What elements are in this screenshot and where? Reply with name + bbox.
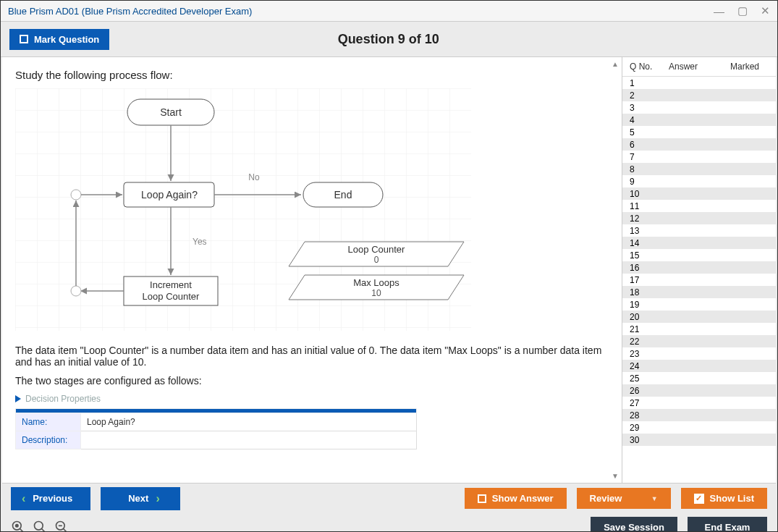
decision-properties-header: Decision Properties	[15, 394, 609, 404]
question-row[interactable]: 15	[622, 249, 776, 261]
show-list-button[interactable]: ✓ Show List	[681, 488, 767, 509]
svg-text:Loop Counter: Loop Counter	[143, 291, 200, 302]
question-row[interactable]: 20	[622, 311, 776, 323]
maximize-icon[interactable]: ▢	[737, 4, 748, 17]
end-exam-button[interactable]: End Exam	[688, 517, 767, 533]
question-row[interactable]: 23	[622, 347, 776, 360]
question-list-sidebar: Q No. Answer Marked 12345678910111213141…	[622, 57, 776, 483]
question-number: 24	[630, 361, 669, 371]
question-number: 9	[630, 177, 669, 187]
question-row[interactable]: 12	[622, 212, 776, 224]
question-number: 21	[630, 324, 669, 334]
close-icon[interactable]: ✕	[761, 4, 770, 17]
scroll-up-icon[interactable]: ▲	[612, 60, 619, 68]
question-row[interactable]: 7	[622, 151, 776, 163]
question-number: 18	[630, 287, 669, 297]
question-pane[interactable]: Study the following process flow: Start …	[2, 57, 622, 483]
zoom-in-icon[interactable]	[33, 520, 47, 532]
next-button[interactable]: Next ›	[101, 487, 180, 510]
question-number: 20	[630, 312, 669, 322]
question-number: 27	[630, 398, 669, 408]
mark-question-button[interactable]: Mark Question	[9, 29, 109, 50]
question-number: 6	[630, 140, 669, 150]
decision-properties-label: Decision Properties	[25, 394, 101, 404]
yes-label: Yes	[193, 237, 207, 247]
question-text-2: The two stages are configured as follows…	[15, 375, 609, 387]
question-number: 22	[630, 337, 669, 347]
props-name-value: Loop Again?	[81, 413, 417, 431]
question-row[interactable]: 11	[622, 200, 776, 212]
question-row[interactable]: 4	[622, 114, 776, 126]
props-desc-value	[81, 431, 417, 449]
question-title: Question 9 of 10	[109, 32, 667, 47]
question-row[interactable]: 9	[622, 175, 776, 187]
question-number: 10	[630, 189, 669, 199]
question-row[interactable]: 16	[622, 261, 776, 274]
question-number: 25	[630, 373, 669, 384]
zoom-controls	[11, 520, 69, 532]
end-exam-label: End Exam	[705, 522, 750, 533]
question-number: 8	[630, 164, 669, 174]
question-row[interactable]: 30	[622, 434, 776, 446]
question-row[interactable]: 2	[622, 89, 776, 101]
data2-name: Max Loops	[353, 277, 399, 288]
question-number: 15	[630, 250, 669, 261]
zoom-reset-icon[interactable]	[11, 520, 25, 532]
question-number: 26	[630, 386, 669, 396]
zoom-out-icon[interactable]	[54, 520, 69, 532]
question-row[interactable]: 6	[622, 138, 776, 151]
question-row[interactable]: 1	[622, 77, 776, 89]
question-row[interactable]: 24	[622, 360, 776, 372]
previous-label: Previous	[33, 493, 72, 504]
svg-line-23	[64, 529, 67, 533]
chevron-right-icon: ›	[156, 492, 159, 505]
question-row[interactable]: 10	[622, 187, 776, 200]
sidebar-header: Q No. Answer Marked	[622, 57, 776, 77]
question-row[interactable]: 14	[622, 237, 776, 249]
process-flow-diagram: Start Loop Again? No End Yes Increment L…	[15, 88, 471, 331]
show-answer-button[interactable]: Show Answer	[465, 488, 567, 509]
save-session-button[interactable]: Save Session	[591, 517, 677, 533]
sidebar-list[interactable]: 1234567891011121314151617181920212223242…	[622, 77, 776, 483]
decision-node-label: Loop Again?	[141, 189, 198, 200]
question-row[interactable]: 13	[622, 224, 776, 237]
question-row[interactable]: 19	[622, 298, 776, 311]
question-row[interactable]: 27	[622, 397, 776, 409]
review-button[interactable]: Review ▼	[577, 488, 671, 509]
question-row[interactable]: 3	[622, 101, 776, 114]
question-row[interactable]: 26	[622, 384, 776, 397]
col-marked-label: Marked	[719, 62, 770, 72]
start-node-label: Start	[160, 106, 182, 118]
check-icon: ✓	[694, 494, 704, 504]
content-row: Study the following process flow: Start …	[2, 57, 776, 483]
question-row[interactable]: 29	[622, 421, 776, 434]
question-row[interactable]: 22	[622, 335, 776, 347]
question-row[interactable]: 25	[622, 372, 776, 384]
question-row[interactable]: 28	[622, 409, 776, 421]
show-list-label: Show List	[710, 493, 754, 504]
question-number: 3	[630, 103, 669, 113]
question-row[interactable]: 5	[622, 126, 776, 138]
svg-point-11	[71, 286, 81, 296]
svg-point-19	[16, 525, 18, 527]
end-node-label: End	[334, 189, 352, 200]
props-name-label: Name:	[16, 413, 81, 431]
question-number: 12	[630, 214, 669, 224]
question-number: 17	[630, 275, 669, 285]
show-answer-label: Show Answer	[492, 493, 554, 504]
minimize-icon[interactable]: —	[714, 5, 724, 17]
no-label: No	[248, 172, 260, 182]
svg-point-20	[35, 522, 43, 531]
mark-question-label: Mark Question	[34, 34, 99, 45]
col-qno-label: Q No.	[630, 62, 669, 72]
previous-button[interactable]: ‹ Previous	[11, 487, 90, 510]
question-row[interactable]: 18	[622, 286, 776, 298]
scroll-down-icon[interactable]: ▼	[612, 472, 619, 480]
question-row[interactable]: 8	[622, 163, 776, 175]
question-number: 5	[630, 127, 669, 138]
question-row[interactable]: 17	[622, 274, 776, 286]
question-row[interactable]: 21	[622, 323, 776, 335]
triangle-icon	[15, 395, 21, 402]
question-number: 29	[630, 423, 669, 433]
question-number: 23	[630, 349, 669, 359]
